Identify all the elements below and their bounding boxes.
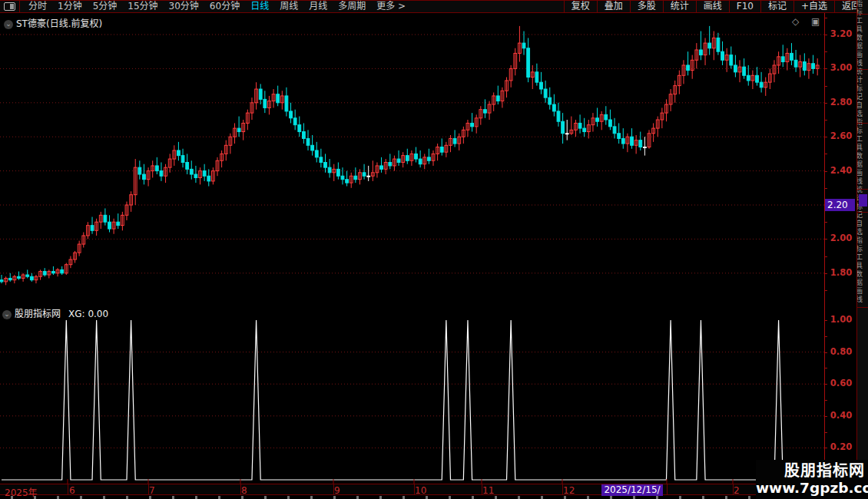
period-tab-分时[interactable]: 分时 [23, 1, 52, 12]
period-tab-多周期[interactable]: 多周期 [333, 1, 371, 12]
sidebar-separator [857, 69, 868, 70]
price-axis-label: 2.60 [827, 131, 856, 141]
indicator-axis-tick [824, 352, 827, 353]
sidebar-separator [857, 123, 868, 124]
price-axis-tick [824, 222, 827, 223]
price-axis-line [824, 13, 825, 484]
period-toolbar: 分时1分钟5分钟15分钟30分钟60分钟日线周线月线多周期更多 > 复权叠加多股… [0, 0, 868, 13]
action-button-标记[interactable]: 标记 [760, 1, 793, 12]
sidebar-separator [857, 212, 868, 213]
price-axis-label: 2.00 [827, 233, 856, 243]
price-axis-tick [824, 137, 827, 137]
period-tab-更多 >[interactable]: 更多 > [371, 1, 411, 12]
date-axis-tick [333, 484, 334, 495]
indicator-axis-tick [824, 448, 827, 448]
date-axis-label: 11 [482, 485, 494, 496]
action-button-画线[interactable]: 画线 [696, 1, 729, 12]
candlestick-chart[interactable] [0, 13, 824, 305]
date-axis-tick [667, 484, 668, 495]
price-axis-tick [824, 171, 827, 172]
indicator-axis-tick [824, 432, 827, 433]
watermark-box: 股朋指标网 www.7gpzb.com [756, 460, 868, 499]
date-axis-tick [562, 484, 563, 495]
clipped-bottom-toolbar [0, 496, 868, 499]
indicator-axis-tick [824, 368, 827, 368]
period-buttons: 分时1分钟5分钟15分钟30分钟60分钟日线周线月线多周期更多 > [23, 1, 411, 12]
indicator-axis-tick [824, 320, 827, 321]
price-axis-tick [824, 68, 827, 69]
action-button-多股[interactable]: 多股 [630, 1, 663, 12]
action-button-叠加[interactable]: 叠加 [597, 1, 630, 12]
date-axis-tick [148, 484, 149, 495]
indicator-axis-label: 0.20 [827, 441, 856, 452]
sidebar-separator [857, 307, 868, 308]
indicator-axis-tick [824, 400, 827, 401]
price-axis-tick [824, 51, 827, 52]
price-axis-tick [824, 120, 827, 121]
period-tab-日线[interactable]: 日线 [245, 1, 274, 12]
action-button-统计[interactable]: 统计 [663, 1, 696, 12]
date-axis-tick [482, 484, 482, 495]
indicator-axis-tick [824, 336, 827, 337]
price-axis-tick [824, 18, 827, 18]
date-axis-label: 9 [334, 485, 340, 496]
price-axis-tick [824, 256, 827, 257]
indicator-name: 股朋指标网 [15, 309, 61, 319]
date-axis-label: 7 [149, 485, 155, 496]
price-axis-label: 1.80 [827, 267, 856, 278]
period-tab-15分钟[interactable]: 15分钟 [122, 1, 163, 12]
indicator-value: XG: 0.00 [68, 309, 108, 319]
action-buttons: 复权叠加多股统计画线F10标记+自选返回 [564, 1, 868, 12]
date-axis-label: 8 [241, 485, 247, 496]
indicator-axis-label: 0.40 [827, 410, 856, 421]
date-axis-label: 6 [69, 485, 75, 496]
chevron-down-icon[interactable]: ⌄ [4, 20, 13, 29]
date-axis-tick [733, 484, 734, 495]
price-axis-tick [824, 103, 827, 104]
highlighted-date-tag: 2025/12/15/— [601, 484, 663, 496]
sidebar-separator [857, 14, 868, 15]
current-price-tag: 2.20 [825, 199, 855, 211]
chart-corner-icons[interactable]: ◇ ▣ [792, 16, 824, 27]
price-axis-label: 2.40 [827, 165, 856, 176]
indicator-header: ⌄股朋指标网XG: 0.00 [2, 306, 108, 319]
price-axis-tick [824, 35, 827, 35]
date-axis-label: 10 [415, 485, 426, 496]
toolbar-divider [19, 1, 20, 12]
chart-title-bar: ⌄ST德豪(日线.前复权) [4, 16, 102, 29]
price-axis-label: 3.00 [827, 62, 856, 73]
layout-split-icon[interactable] [4, 2, 15, 11]
period-tab-月线[interactable]: 月线 [303, 1, 333, 12]
indicator-axis-label: 1.00 [827, 314, 856, 325]
action-button-+自选[interactable]: +自选 [793, 1, 834, 12]
date-axis[interactable]: 2025/12/15/— 2025年67891011122 [0, 484, 868, 495]
period-tab-30分钟[interactable]: 30分钟 [164, 1, 204, 12]
price-axis-label: 2.80 [827, 97, 856, 107]
date-axis-label: 12 [563, 485, 575, 496]
chevron-down-icon[interactable]: ⌄ [2, 310, 12, 319]
indicator-axis-tick [824, 416, 827, 417]
period-tab-5分钟[interactable]: 5分钟 [88, 1, 123, 12]
indicator-axis-label: 0.80 [827, 346, 856, 357]
action-button-复权[interactable]: 复权 [564, 1, 597, 12]
period-tab-周线[interactable]: 周线 [274, 1, 303, 12]
sidebar-vertical-text: 指标工具数据画线统计标记自选指标工具数据画线统计标记自选指标工具数据画线 [856, 0, 863, 304]
indicator-chart[interactable] [0, 306, 824, 484]
price-axis-tick [824, 239, 827, 240]
period-tab-60分钟[interactable]: 60分钟 [204, 1, 245, 12]
chart-title: ST德豪(日线.前复权) [16, 18, 102, 29]
indicator-axis-label: 0.60 [827, 378, 856, 388]
sidebar-price-highlight [859, 194, 867, 207]
sidebar-separator [857, 189, 868, 190]
period-tab-1分钟[interactable]: 1分钟 [52, 1, 88, 12]
price-axis-tick [824, 154, 827, 154]
trading-app-window: 分时1分钟5分钟15分钟30分钟60分钟日线周线月线多周期更多 > 复权叠加多股… [0, 0, 868, 499]
price-axis-tick [824, 290, 827, 291]
price-axis-tick [824, 188, 827, 189]
date-axis-tick [240, 484, 241, 495]
date-axis-label: 2 [734, 485, 740, 496]
price-axis-tick [824, 86, 827, 87]
action-button-F10[interactable]: F10 [729, 1, 760, 12]
right-sidebar-strip[interactable]: 指标工具数据画线统计标记自选指标工具数据画线统计标记自选指标工具数据画线 [856, 0, 868, 499]
price-axis-label: 3.20 [827, 28, 856, 39]
